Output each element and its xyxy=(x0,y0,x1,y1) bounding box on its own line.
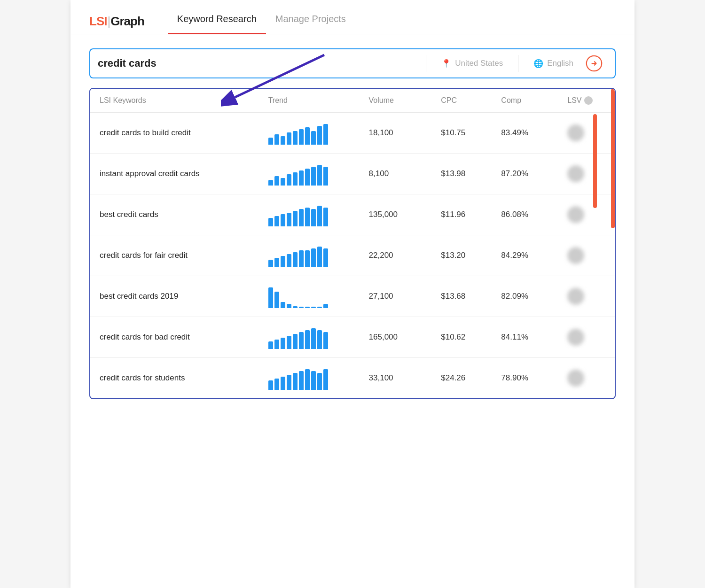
keyword-cell: credit cards for students xyxy=(90,358,259,398)
col-header-comp: Comp xyxy=(492,89,558,113)
lsv-cell xyxy=(558,358,615,398)
trend-bar xyxy=(299,170,304,186)
table-scrollbar[interactable] xyxy=(593,114,597,208)
trend-bar xyxy=(293,172,298,186)
trend-bar xyxy=(293,306,298,308)
lsv-cell xyxy=(558,317,615,358)
app-container: LSI | Graph Keyword Research Manage Proj… xyxy=(70,0,634,588)
trend-bar xyxy=(317,206,322,226)
lsv-cell xyxy=(558,194,615,235)
trend-bar xyxy=(268,260,273,267)
trend-bar xyxy=(323,208,328,226)
trend-bar xyxy=(281,214,285,226)
trend-bar xyxy=(305,250,310,267)
trend-bar xyxy=(293,334,298,349)
trend-cell xyxy=(259,194,360,235)
logo: LSI | Graph xyxy=(89,14,144,29)
col-header-cpc: CPC xyxy=(431,89,492,113)
trend-bar xyxy=(281,338,285,349)
trend-bar xyxy=(281,136,285,145)
trend-bar xyxy=(323,332,328,349)
tab-keyword-research[interactable]: Keyword Research xyxy=(168,9,266,34)
lsv-cell xyxy=(558,276,615,317)
table-section: LSI Keywords Trend Volume CPC Comp xyxy=(70,88,634,418)
table-body: credit cards to build credit18,100$10.75… xyxy=(90,113,615,398)
trend-bar xyxy=(293,252,298,267)
keyword-text: credit cards for students xyxy=(100,373,185,382)
trend-bar xyxy=(287,375,291,390)
table-row: credit cards to build credit18,100$10.75… xyxy=(90,113,615,154)
language-label: English xyxy=(547,59,573,68)
trend-bar xyxy=(281,178,285,186)
trend-bar xyxy=(317,165,322,186)
volume-cell: 18,100 xyxy=(360,113,432,154)
lsv-blur xyxy=(567,370,584,387)
trend-cell xyxy=(259,358,360,398)
comp-cell: 87.20% xyxy=(492,154,558,194)
location-label: United States xyxy=(455,59,503,68)
col-header-keywords: LSI Keywords xyxy=(90,89,259,113)
trend-bar xyxy=(323,304,328,308)
search-language[interactable]: 🌐 English xyxy=(526,59,581,69)
trend-bar xyxy=(299,250,304,267)
table-header: LSI Keywords Trend Volume CPC Comp xyxy=(90,89,615,113)
keyword-cell: best credit cards 2019 xyxy=(90,276,259,317)
trend-bar xyxy=(305,169,310,186)
trend-chart xyxy=(268,366,350,390)
keyword-table: LSI Keywords Trend Volume CPC Comp xyxy=(89,88,616,399)
search-submit-button[interactable] xyxy=(581,52,607,75)
volume-cell: 8,100 xyxy=(360,154,432,194)
trend-bar xyxy=(293,373,298,390)
lsv-info-icon[interactable] xyxy=(584,96,593,105)
trend-bar xyxy=(317,247,322,267)
comp-cell: 78.90% xyxy=(492,358,558,398)
trend-bar xyxy=(305,307,310,308)
trend-bar xyxy=(268,218,273,226)
trend-bar xyxy=(268,138,273,145)
trend-cell xyxy=(259,154,360,194)
trend-bar xyxy=(293,211,298,226)
table-row: instant approval credit cards8,100$13.98… xyxy=(90,154,615,194)
trend-bar xyxy=(268,180,273,186)
lsv-blur xyxy=(567,206,584,223)
trend-bar xyxy=(287,132,291,145)
search-location[interactable]: 📍 United States xyxy=(434,59,510,69)
nav-tabs: Keyword Research Manage Projects xyxy=(168,8,355,34)
table-row: best credit cards 201927,100$13.6882.09% xyxy=(90,276,615,317)
trend-bar xyxy=(311,328,316,349)
table-row: credit cards for bad credit165,000$10.62… xyxy=(90,317,615,358)
search-input[interactable] xyxy=(98,57,418,70)
trend-bar xyxy=(305,208,310,226)
trend-cell xyxy=(259,276,360,317)
trend-cell xyxy=(259,317,360,358)
col-header-volume: Volume xyxy=(360,89,432,113)
trend-bar xyxy=(317,126,322,145)
trend-bar xyxy=(274,292,279,308)
keyword-cell: credit cards for bad credit xyxy=(90,317,259,358)
trend-bar xyxy=(311,307,316,308)
trend-bar xyxy=(311,248,316,267)
trend-bar xyxy=(323,167,328,186)
trend-bar xyxy=(317,307,322,308)
trend-bar xyxy=(311,167,316,186)
keyword-text: instant approval credit cards xyxy=(100,169,200,178)
trend-bar xyxy=(311,209,316,226)
language-icon: 🌐 xyxy=(533,59,543,69)
lsv-cell xyxy=(558,113,615,154)
trend-chart xyxy=(268,162,350,186)
location-icon: 📍 xyxy=(441,59,451,69)
trend-bar xyxy=(317,373,322,390)
comp-cell: 82.09% xyxy=(492,276,558,317)
lsv-blur xyxy=(567,165,584,182)
keyword-text: credit cards for fair credit xyxy=(100,251,188,260)
trend-bar xyxy=(287,336,291,349)
trend-bar xyxy=(281,256,285,267)
trend-bar xyxy=(323,124,328,145)
keyword-text: credit cards for bad credit xyxy=(100,333,190,341)
cpc-cell: $13.98 xyxy=(431,154,492,194)
logo-separator: | xyxy=(107,14,110,29)
trend-bar xyxy=(323,248,328,267)
tab-manage-projects[interactable]: Manage Projects xyxy=(266,9,355,34)
trend-bar xyxy=(299,332,304,349)
trend-bar xyxy=(317,330,322,349)
